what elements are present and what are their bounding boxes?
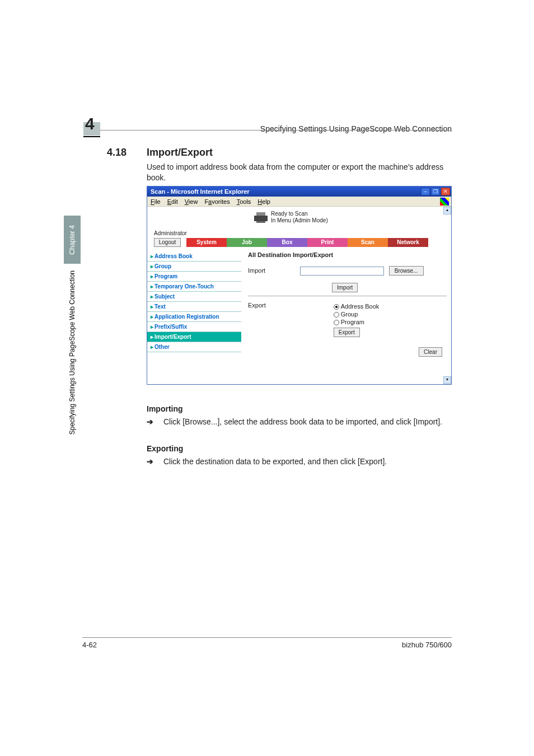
- footer-model: bizhub 750/600: [402, 641, 452, 649]
- sidebar-item-address-book[interactable]: ▸Address Book: [147, 251, 241, 262]
- minimize-button[interactable]: –: [421, 188, 430, 195]
- menu-help[interactable]: Help: [257, 198, 270, 205]
- section-number: 4.18: [107, 147, 127, 158]
- header-rule: [100, 130, 452, 130]
- svg-rect-0: [254, 216, 268, 221]
- window-title: Scan - Microsoft Internet Explorer: [151, 188, 421, 195]
- radio-program[interactable]: Program: [334, 319, 379, 325]
- arrow-icon: ➔: [147, 456, 163, 467]
- sidebar-item-program[interactable]: ▸Program: [147, 272, 241, 282]
- menu-bar: FFileile Edit View Favorites Tools Help: [147, 197, 451, 207]
- tab-box[interactable]: Box: [267, 238, 307, 247]
- exporting-step: ➔ Click the destination data to be expor…: [147, 456, 452, 467]
- radio-address-book[interactable]: Address Book: [334, 303, 379, 310]
- sidebar: ▸Address Book ▸Group ▸Program ▸Temporary…: [147, 251, 241, 352]
- menu-edit[interactable]: Edit: [167, 198, 178, 205]
- footer-page-number: 4-62: [82, 641, 97, 649]
- menu-file[interactable]: FFileile: [151, 198, 161, 205]
- menu-favorites[interactable]: Favorites: [204, 198, 229, 205]
- sidebar-item-text[interactable]: ▸Text: [147, 302, 241, 312]
- main-panel: All Destination Import/Export Import Bro…: [248, 251, 447, 357]
- footer-rule: [82, 637, 452, 638]
- sidebar-item-other[interactable]: ▸Other: [147, 342, 241, 352]
- menu-tools[interactable]: Tools: [237, 198, 251, 205]
- sidebar-item-import-export[interactable]: ▸Import/Export: [147, 332, 241, 342]
- svg-rect-1: [256, 212, 265, 216]
- page-header-title: Specifying Settings Using PageScope Web …: [260, 124, 452, 133]
- export-button[interactable]: Export: [334, 328, 360, 337]
- status-line-1: Ready to Scan: [271, 211, 308, 217]
- tab-system[interactable]: System: [186, 238, 227, 247]
- import-file-input[interactable]: [300, 267, 384, 276]
- section-description: Used to import address book data from th…: [147, 162, 452, 183]
- radio-icon: [334, 320, 339, 325]
- side-tab: Chapter 4 Specifying Settings Using Page…: [62, 193, 83, 518]
- tab-job[interactable]: Job: [227, 238, 267, 247]
- sidebar-item-group[interactable]: ▸Group: [147, 262, 241, 272]
- chapter-number: 4: [85, 114, 95, 133]
- scroll-up-button[interactable]: ▴: [443, 207, 451, 214]
- clear-button[interactable]: Clear: [419, 347, 442, 357]
- admin-label: Administrator: [154, 230, 187, 236]
- arrow-icon: ➔: [147, 417, 163, 427]
- ie-window: Scan - Microsoft Internet Explorer – ❐ ✕…: [147, 186, 452, 385]
- page: 4 Specifying Settings Using PageScope We…: [0, 0, 534, 756]
- scroll-down-button[interactable]: ▾: [443, 376, 451, 384]
- sidebar-item-subject[interactable]: ▸Subject: [147, 292, 241, 302]
- status-line-2: In Menu (Admin Mode): [271, 217, 328, 223]
- top-tab-bar: System Job Box Print Scan Network: [186, 238, 428, 247]
- menu-view[interactable]: View: [185, 198, 198, 205]
- logout-button[interactable]: Logout: [154, 238, 181, 247]
- importing-heading: Importing: [147, 404, 183, 413]
- browser-body: ▴ Ready to Scan In Menu (Admin Mode) Adm…: [147, 207, 451, 384]
- tab-scan[interactable]: Scan: [348, 238, 388, 247]
- importing-step: ➔ Click [Browse...], select the address …: [147, 417, 452, 427]
- import-button[interactable]: Import: [332, 283, 358, 292]
- radio-icon: [334, 312, 339, 318]
- window-titlebar: Scan - Microsoft Internet Explorer – ❐ ✕: [147, 186, 451, 197]
- section-title: Import/Export: [147, 147, 213, 158]
- printer-icon: [253, 211, 269, 223]
- chapter-tab-label: Chapter 4: [68, 225, 76, 255]
- tab-print[interactable]: Print: [307, 238, 348, 247]
- sidebar-item-prefix-suffix[interactable]: ▸Prefix/Suffix: [147, 322, 241, 332]
- tab-network[interactable]: Network: [388, 238, 428, 247]
- sidebar-item-temporary-one-touch[interactable]: ▸Temporary One-Touch: [147, 282, 241, 292]
- export-label: Export: [248, 302, 298, 309]
- chapter-number-underline: [83, 136, 100, 137]
- import-label: Import: [248, 267, 298, 274]
- main-title: All Destination Import/Export: [248, 251, 447, 258]
- close-button[interactable]: ✕: [441, 188, 450, 195]
- exporting-text: Click the destination data to be exporte…: [163, 456, 452, 467]
- ie-throbber-icon: [440, 198, 449, 206]
- radio-icon: [334, 304, 339, 310]
- radio-group[interactable]: Group: [334, 311, 379, 318]
- exporting-heading: Exporting: [147, 444, 183, 453]
- section-divider: [248, 296, 447, 296]
- browse-button[interactable]: Browse...: [389, 266, 424, 276]
- importing-text: Click [Browse...], select the address bo…: [163, 417, 452, 427]
- chapter-tab: Chapter 4: [64, 216, 81, 264]
- svg-rect-2: [256, 221, 265, 223]
- side-tab-label: Specifying Settings Using PageScope Web …: [68, 270, 76, 435]
- sidebar-item-application-registration[interactable]: ▸Application Registration: [147, 312, 241, 322]
- maximize-button[interactable]: ❐: [431, 188, 440, 195]
